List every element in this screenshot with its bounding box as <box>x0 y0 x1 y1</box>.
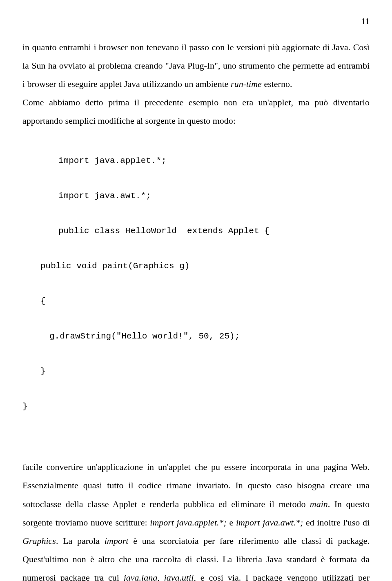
page: 11 in quanto entrambi i browser non tene… <box>0 0 392 581</box>
italic-text: main <box>310 499 328 509</box>
italic-text: Graphics <box>22 536 56 546</box>
code-line: } <box>22 363 370 380</box>
italic-text: java.lang, java.util, <box>124 572 196 581</box>
code-line: public void paint(Graphics g) <box>22 257 370 275</box>
code-line: } <box>22 398 370 415</box>
text: in quanto entrambi i browser non tenevan… <box>22 42 370 89</box>
text: . La parola <box>56 536 105 546</box>
paragraph-1: in quanto entrambi i browser non tenevan… <box>22 38 370 93</box>
text: ed inoltre l'uso di <box>303 517 370 528</box>
italic-text: import java.applet.*; <box>150 517 227 528</box>
italic-text: import java.awt.*; <box>236 517 303 528</box>
italic-text: run-time <box>231 79 262 89</box>
text: esterno. <box>262 79 292 89</box>
code-block: import java.applet.*; import java.awt.*;… <box>22 134 370 450</box>
paragraph-2: Come abbiamo detto prima il precedente e… <box>22 93 370 130</box>
code-line: { <box>22 292 370 310</box>
paragraph-3: facile convertire un'applicazione in un'… <box>22 458 370 581</box>
code-line: g.drawString("Hello world!", 50, 25); <box>22 327 370 345</box>
code-line: import java.awt.*; <box>22 187 370 205</box>
code-line: public class HelloWorld extends Applet { <box>22 222 370 240</box>
page-number: 11 <box>22 16 370 27</box>
code-line: import java.applet.*; <box>22 152 370 169</box>
italic-text: import <box>105 536 129 546</box>
text: e <box>227 517 236 528</box>
